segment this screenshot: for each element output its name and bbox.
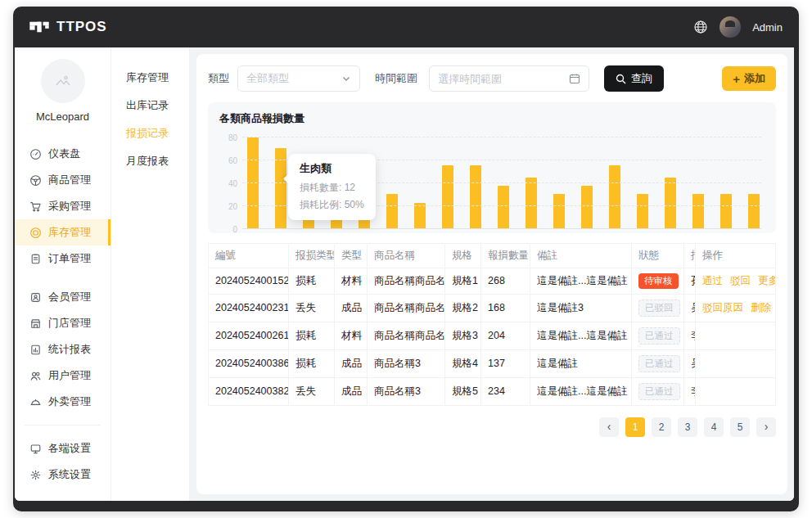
members-icon bbox=[29, 291, 42, 304]
main-area: 類型 全部類型 時間範圍 查詢 bbox=[190, 47, 794, 501]
content-card: 類型 全部類型 時間範圍 查詢 bbox=[196, 54, 787, 494]
search-button[interactable]: 查詢 bbox=[604, 65, 664, 92]
table-row: 20240524003826丢失成品商品名稱3規格5234這是備註...這是備註… bbox=[209, 377, 776, 405]
filter-bar: 類型 全部類型 時間範圍 查詢 bbox=[208, 65, 776, 92]
loss-quantity-chart: 各類商品報損數量 生肉類 損耗數量: 12 損耗比例: 50% 02040608… bbox=[208, 102, 776, 233]
cell-note: 這是備註 bbox=[530, 349, 632, 377]
logo-text: TTPOS bbox=[56, 19, 107, 35]
pagination-page-1[interactable]: 1 bbox=[625, 417, 645, 437]
sidebar-item-dashboard[interactable]: 仪表盘 bbox=[15, 141, 111, 167]
image-placeholder-icon bbox=[54, 72, 72, 90]
chart-bar[interactable] bbox=[553, 194, 565, 229]
chart-bar[interactable] bbox=[609, 165, 620, 229]
cell-product-name: 商品名稱商品名稱...商品名稱商品名稱 bbox=[368, 322, 445, 349]
sidebar-item-members[interactable]: 会员管理 bbox=[15, 284, 111, 310]
merchant-name: McLeopard bbox=[15, 110, 111, 123]
column-header: 报损类型 bbox=[289, 244, 335, 268]
action-link[interactable]: 驳回原因 bbox=[702, 302, 743, 313]
chart-bar[interactable] bbox=[665, 178, 676, 229]
column-header: 商品名稱 bbox=[368, 244, 445, 268]
merchant-avatar[interactable] bbox=[41, 59, 85, 103]
chart-bar[interactable] bbox=[414, 203, 426, 229]
column-header: 編號 bbox=[209, 244, 289, 268]
cell-status: 已通过 bbox=[632, 377, 684, 405]
chart-bar[interactable] bbox=[526, 178, 537, 229]
pagination-page-4[interactable]: 4 bbox=[704, 417, 724, 437]
cell-product-name: 商品名稱3 bbox=[368, 377, 445, 405]
chart-bar[interactable] bbox=[247, 137, 259, 229]
chart-plot-area: 生肉類 損耗數量: 12 損耗比例: 50% 020406080 bbox=[242, 137, 761, 229]
submenu-item-monthly-reports[interactable]: 月度报表 bbox=[111, 147, 189, 175]
sidebar-item-label: 仪表盘 bbox=[48, 146, 80, 161]
sidebar-item-stores[interactable]: 门店管理 bbox=[15, 310, 111, 336]
sidebar-item-system-settings[interactable]: 系统设置 bbox=[15, 462, 111, 488]
cell-note: 這是備註...這是備註 bbox=[530, 268, 632, 295]
submenu-item-outbound-records[interactable]: 出库记录 bbox=[111, 92, 189, 119]
sidebar-item-purchase[interactable]: 采购管理 bbox=[15, 193, 111, 219]
type-select[interactable]: 全部類型 bbox=[237, 65, 360, 92]
reports-icon bbox=[29, 344, 42, 356]
add-button[interactable]: + 添加 bbox=[722, 66, 776, 91]
calendar-icon bbox=[569, 73, 580, 84]
chart-bar[interactable] bbox=[748, 194, 760, 229]
action-link[interactable]: 通过 bbox=[702, 275, 723, 286]
submenu-item-inventory-mgmt[interactable]: 库存管理 bbox=[111, 64, 189, 92]
cell-qty: 168 bbox=[481, 294, 530, 322]
sidebar-item-client-settings[interactable]: 各端设置 bbox=[15, 435, 111, 462]
tooltip-line: 損耗數量: 12 bbox=[300, 181, 364, 195]
topbar: TTPOS Admin bbox=[13, 7, 799, 47]
chart-bar[interactable] bbox=[442, 165, 453, 229]
cell-actions bbox=[696, 349, 776, 377]
plus-icon: + bbox=[733, 73, 740, 85]
sidebar-item-takeout[interactable]: 外卖管理 bbox=[15, 389, 111, 415]
sidebar-item-inventory[interactable]: 库存管理 bbox=[15, 219, 111, 245]
y-axis-tick-label: 40 bbox=[219, 179, 237, 188]
language-globe-icon[interactable] bbox=[693, 20, 708, 34]
cell-type: 成品 bbox=[335, 349, 368, 377]
chart-bar[interactable] bbox=[498, 186, 509, 229]
loss-records-table: 編號报损类型类型商品名稱規格報損數量備註狀態报操作 20240524001524… bbox=[208, 243, 776, 406]
sidebar-item-label: 门店管理 bbox=[48, 316, 91, 331]
table-header-row: 編號报损类型类型商品名稱規格報損數量備註狀態报操作 bbox=[209, 244, 776, 268]
chart-bar[interactable] bbox=[386, 194, 398, 229]
chart-bar[interactable] bbox=[581, 186, 593, 229]
pagination-prev-button[interactable]: ‹ bbox=[599, 417, 619, 437]
stores-icon bbox=[29, 318, 42, 330]
cell-person-clipped: 李 bbox=[684, 322, 696, 349]
y-axis-tick-label: 0 bbox=[219, 225, 237, 234]
time-filter-label: 時間範圍 bbox=[375, 71, 417, 86]
action-link[interactable]: 更多 bbox=[758, 275, 776, 286]
admin-avatar[interactable] bbox=[720, 16, 741, 38]
action-link[interactable]: 驳回 bbox=[730, 275, 751, 286]
cell-spec: 規格1 bbox=[445, 268, 481, 295]
sidebar-item-reports[interactable]: 统计报表 bbox=[15, 336, 111, 363]
cell-qty: 268 bbox=[481, 268, 530, 295]
sidebar-item-goods[interactable]: 商品管理 bbox=[15, 167, 111, 193]
cell-person-clipped: 孙 bbox=[684, 268, 696, 295]
column-header: 備註 bbox=[530, 244, 632, 268]
cell-actions bbox=[696, 377, 776, 405]
time-range-input[interactable] bbox=[438, 73, 569, 85]
pagination-page-2[interactable]: 2 bbox=[652, 417, 671, 437]
cell-qty: 234 bbox=[481, 377, 530, 405]
pagination-page-3[interactable]: 3 bbox=[678, 417, 697, 437]
chart-bar[interactable] bbox=[720, 194, 732, 229]
cell-type: 成品 bbox=[335, 294, 368, 322]
time-range-picker[interactable] bbox=[429, 65, 589, 92]
pagination-next-button[interactable]: › bbox=[756, 417, 776, 437]
sidebar-item-label: 外卖管理 bbox=[48, 394, 91, 409]
pagination-page-5[interactable]: 5 bbox=[730, 417, 750, 437]
sidebar-item-label: 用户管理 bbox=[48, 368, 91, 383]
submenu-item-loss-records[interactable]: 报损记录 bbox=[111, 119, 189, 147]
chart-bar[interactable] bbox=[637, 194, 648, 229]
cell-actions bbox=[696, 322, 776, 349]
sidebar-item-users[interactable]: 用户管理 bbox=[15, 363, 111, 389]
chart-bar[interactable] bbox=[470, 165, 481, 229]
cell-id: 20240524002318 bbox=[209, 294, 289, 322]
action-link[interactable]: 删除 bbox=[751, 302, 771, 313]
takeout-icon bbox=[29, 396, 42, 408]
table-row: 20240524002616损耗材料商品名稱商品名稱...商品名稱商品名稱規格3… bbox=[209, 322, 776, 349]
sidebar-item-orders[interactable]: 订单管理 bbox=[15, 245, 111, 272]
column-header: 狀態 bbox=[632, 244, 684, 268]
chart-bar[interactable] bbox=[692, 194, 704, 229]
